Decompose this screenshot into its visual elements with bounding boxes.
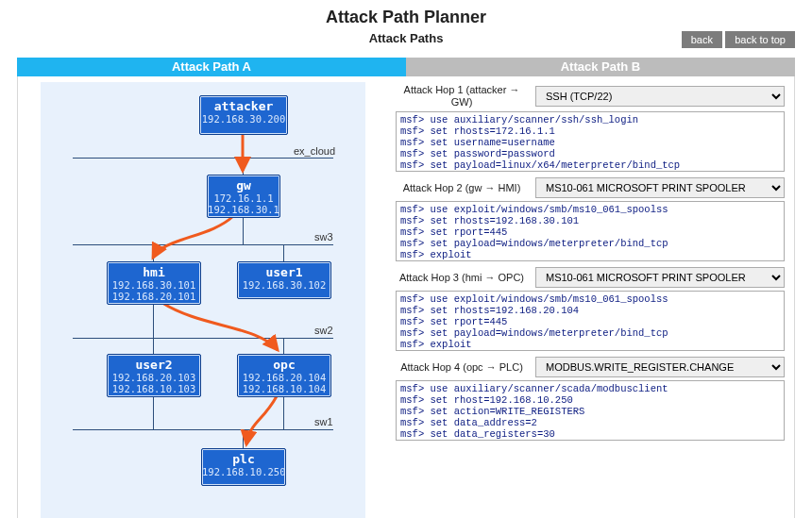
seg-label-sw2: sw2	[314, 325, 333, 336]
node-ip: 192.168.30.101	[108, 279, 200, 291]
seg-label-sw1: sw1	[314, 416, 333, 427]
node-name: plc	[202, 449, 285, 466]
hop-select[interactable]: MS10-061 MICROSOFT PRINT SPOOLER	[535, 267, 785, 288]
hop-label: Attack Hop 2 (gw → HMI)	[396, 182, 528, 194]
conn-user2-bot	[153, 396, 154, 429]
node-ip: 192.168.20.101	[108, 291, 200, 302]
hop-4: Attack Hop 4 (opc → PLC) MODBUS.WRITE_RE…	[396, 357, 785, 441]
hop-label: Attack Hop 1 (attacker → GW)	[396, 84, 528, 109]
back-button[interactable]: back	[682, 31, 722, 48]
conn-hmi-bot	[153, 303, 154, 338]
seg-line-sw2	[73, 338, 333, 339]
conn-gw-bot	[243, 216, 244, 244]
node-name: user1	[238, 262, 330, 279]
node-ip: 192.168.10.104	[238, 383, 330, 394]
top-bar: Attack Paths back back to top	[0, 31, 812, 58]
seg-label-ex-cloud: ex_cloud	[294, 145, 335, 157]
hop-code[interactable]: msf> use exploit/windows/smb/ms10_061_sp…	[396, 201, 785, 261]
node-hmi: hmi 192.168.30.101 192.168.20.101	[107, 261, 201, 305]
node-gw: gw 172.16.1.1 192.168.30.1	[207, 175, 280, 218]
hop-code[interactable]: msf> use exploit/windows/smb/ms10_061_sp…	[396, 291, 785, 351]
hop-code[interactable]: msf> use auxiliary/scanner/scada/modbusc…	[396, 380, 785, 441]
seg-line-sw3	[73, 244, 333, 245]
back-to-top-button[interactable]: back to top	[725, 31, 795, 48]
node-ip: 192.168.10.103	[108, 383, 200, 394]
hop-select[interactable]: MODBUS.WRITE_REGISTER.CHANGE	[535, 357, 785, 377]
hop-select[interactable]: SSH (TCP/22)	[535, 86, 785, 107]
hop-3: Attack Hop 3 (hmi → OPC) MS10-061 MICROS…	[396, 267, 785, 351]
node-plc: plc 192.168.10.250	[201, 448, 286, 486]
node-ip: 172.16.1.1	[208, 192, 279, 204]
tab-attack-path-b[interactable]: Attack Path B	[406, 58, 795, 76]
network-diagram: ex_cloud sw3 sw2 sw1	[41, 82, 365, 518]
conn-hmi-top	[153, 244, 154, 261]
conn-opc-bot	[283, 396, 284, 429]
diagram-panel: ex_cloud sw3 sw2 sw1	[18, 76, 388, 518]
node-name: gw	[208, 175, 279, 192]
node-ip: 192.168.20.104	[238, 372, 330, 383]
hop-1: Attack Hop 1 (attacker → GW) SSH (TCP/22…	[396, 84, 785, 172]
node-name: attacker	[200, 96, 287, 113]
conn-opc-top	[283, 338, 284, 354]
hop-label: Attack Hop 4 (opc → PLC)	[396, 361, 528, 374]
node-attacker: attacker 192.168.30.200	[199, 95, 288, 135]
conn-user1-top	[283, 244, 284, 261]
tabs: Attack Path A Attack Path B	[17, 58, 795, 76]
content: ex_cloud sw3 sw2 sw1	[17, 76, 795, 518]
node-ip: 192.168.30.102	[238, 279, 330, 291]
hop-select[interactable]: MS10-061 MICROSOFT PRINT SPOOLER	[535, 177, 785, 198]
node-user1: user1 192.168.30.102	[237, 261, 331, 299]
node-ip: 192.168.30.200	[200, 113, 287, 125]
hop-2: Attack Hop 2 (gw → HMI) MS10-061 MICROSO…	[396, 177, 785, 261]
node-ip: 192.168.30.1	[208, 204, 279, 215]
node-user2: user2 192.168.20.103 192.168.10.103	[107, 354, 201, 397]
hop-code[interactable]: msf> use auxiliary/scanner/ssh/ssh_login…	[396, 111, 785, 172]
node-name: user2	[108, 355, 200, 372]
page-title: Attack Path Planner	[0, 8, 812, 27]
tab-attack-path-a[interactable]: Attack Path A	[17, 58, 406, 76]
conn-attacker	[243, 134, 244, 158]
node-name: hmi	[108, 262, 200, 279]
node-ip: 192.168.20.103	[108, 372, 200, 383]
conn-user2-top	[153, 338, 154, 354]
seg-line-ex-cloud	[73, 158, 333, 159]
hop-label: Attack Hop 3 (hmi → OPC)	[396, 272, 528, 284]
hops-panel: Attack Hop 1 (attacker → GW) SSH (TCP/22…	[388, 76, 794, 518]
conn-plc-top	[243, 429, 244, 448]
seg-label-sw3: sw3	[314, 231, 333, 242]
seg-line-sw1	[73, 429, 333, 430]
conn-gw-top	[243, 158, 244, 175]
node-name: opc	[238, 355, 330, 372]
node-ip: 192.168.10.250	[202, 466, 285, 477]
node-opc: opc 192.168.20.104 192.168.10.104	[237, 354, 331, 397]
